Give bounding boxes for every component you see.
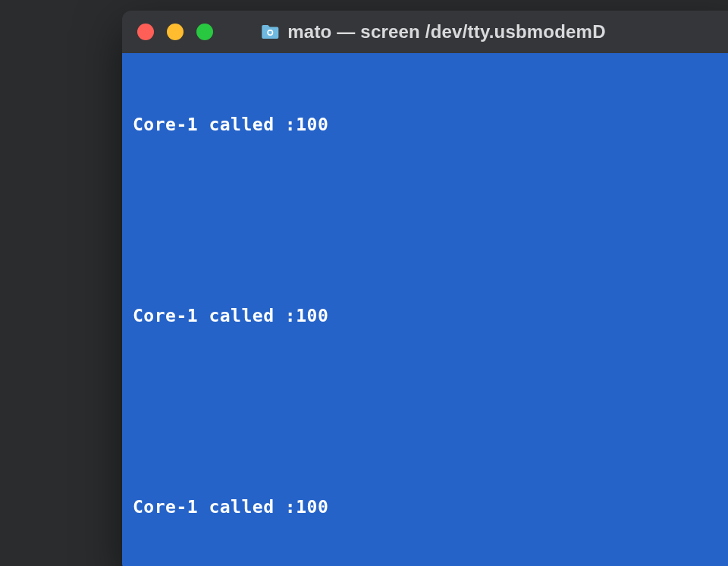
terminal-line: [133, 178, 728, 199]
titlebar[interactable]: mato — screen /dev/tty.usbmodemD: [122, 11, 728, 53]
terminal-line: Core-1 called :100: [133, 305, 728, 326]
terminal-line: Core-1 called :100: [133, 496, 728, 517]
terminal-window: mato — screen /dev/tty.usbmodemD Core-1 …: [122, 11, 728, 566]
terminal-line: [133, 560, 728, 566]
terminal-line: [133, 369, 728, 390]
minimize-button[interactable]: [167, 24, 184, 40]
terminal-line: [133, 432, 728, 454]
terminal-line: Core-1 called :100: [133, 114, 728, 135]
window-title: mato — screen /dev/tty.usbmodemD: [287, 21, 605, 42]
maximize-button[interactable]: [196, 24, 213, 40]
traffic-lights: [137, 24, 213, 40]
title-wrap: mato — screen /dev/tty.usbmodemD: [260, 21, 605, 42]
svg-rect-1: [269, 30, 271, 31]
terminal-content[interactable]: Core-1 called :100 Core-1 called :100 Co…: [122, 53, 728, 566]
terminal-line: [133, 241, 728, 263]
close-button[interactable]: [137, 24, 154, 40]
folder-icon: [260, 24, 280, 40]
